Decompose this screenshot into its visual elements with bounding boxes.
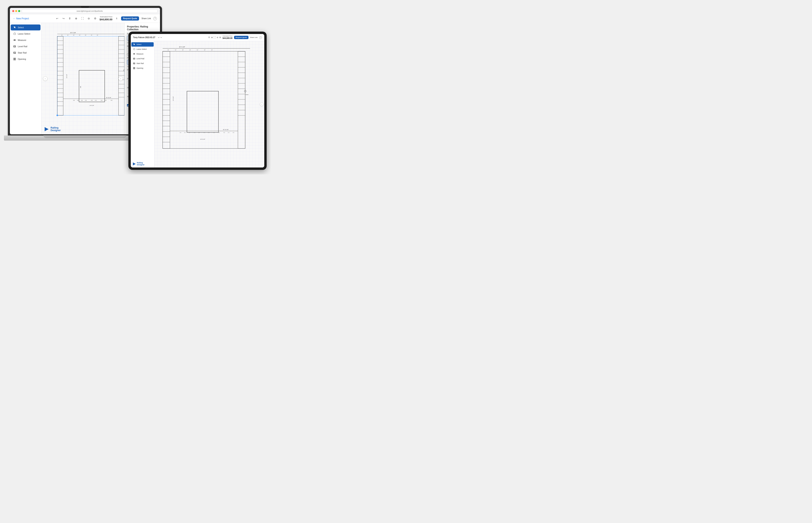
svg-text:43": 43"	[79, 35, 80, 36]
svg-text:14' 6 1/4": 14' 6 1/4"	[200, 139, 205, 140]
fit-screen-icon[interactable]: ⛶	[80, 17, 85, 20]
sidebar-item-lasso-select[interactable]: Lasso Select	[11, 31, 40, 37]
tablet-opening-icon	[133, 67, 135, 69]
svg-text:43": 43"	[61, 35, 63, 36]
svg-rect-2	[15, 39, 15, 40]
tablet-sidebar-item-level-rail[interactable]: Level Rail	[131, 56, 154, 61]
tablet-zoom-in-icon[interactable]: ⊕	[211, 36, 213, 38]
tablet-zoom-out-icon[interactable]: ⊖	[217, 36, 218, 38]
tablet-lasso-icon	[133, 48, 135, 50]
svg-point-69	[56, 114, 58, 116]
svg-rect-138	[187, 91, 218, 132]
svg-text:3-46: 3-46	[228, 132, 230, 133]
traffic-lights	[12, 10, 20, 12]
close-button-tl[interactable]	[12, 10, 14, 12]
svg-text:3/16: 3/16	[81, 100, 83, 101]
sidebar-item-level-rail[interactable]: Level Rail	[11, 43, 40, 49]
estimated-label: Estimated Price	[100, 16, 112, 18]
lasso-icon	[13, 32, 16, 35]
svg-text:3/16: 3/16	[203, 132, 205, 133]
tablet-canvas-nav-right[interactable]: ›	[260, 103, 264, 106]
undo-icon[interactable]: ↩	[55, 17, 59, 20]
tablet-redo-icon[interactable]: ↪	[160, 37, 162, 38]
svg-text:3-46: 3-46	[218, 132, 220, 133]
level-rail-icon	[13, 45, 16, 48]
tablet-measure-label: Measure	[137, 53, 143, 55]
tablet-help-icon[interactable]: ?	[259, 36, 262, 39]
tablet-sidebar-item-opening[interactable]: Opening	[131, 66, 154, 70]
svg-text:3/16: 3/16	[194, 132, 196, 133]
back-button[interactable]: ← New Project	[13, 17, 29, 20]
tablet-estimated-price: Estimated Price $44,600.00	[222, 35, 233, 39]
zoom-in-icon[interactable]: ⊕	[74, 17, 78, 20]
tablet-mic-icon[interactable]: 🎙	[208, 36, 210, 38]
tablet-settings-icon[interactable]: ⚙	[219, 36, 221, 38]
minimize-button-tl[interactable]	[15, 10, 17, 12]
tablet-stair-rail-icon	[133, 62, 135, 65]
svg-rect-104	[163, 51, 245, 148]
tablet-price-value: $44,600.00	[222, 37, 233, 39]
svg-text:14' 6 1/4": 14' 6 1/4"	[90, 105, 94, 106]
chevron-left-icon: ‹	[45, 78, 46, 80]
settings-icon[interactable]: ⚙	[93, 17, 97, 20]
info-icon[interactable]: ℹ	[115, 17, 119, 20]
url-bar[interactable]: www.lightningcad.com/dpa/docks	[22, 9, 158, 13]
tablet-sidebar-item-select[interactable]: Select	[131, 42, 154, 47]
tablet-request-quote-button[interactable]: Request Quote	[234, 36, 249, 39]
svg-text:3-46: 3-46	[95, 100, 97, 101]
tablet-screen-inner: Tony Falcon 2022-01-27 ↩ ↪ 🎙 ⊕ ⛶ ⊖ ⚙ Est…	[131, 34, 264, 167]
maximize-button-tl[interactable]	[18, 10, 20, 12]
sidebar-item-select[interactable]: Select	[11, 24, 40, 31]
tablet-undo-icon[interactable]: ↩	[158, 37, 160, 38]
project-title: New Project	[16, 17, 29, 20]
zoom-out-icon[interactable]: ⊖	[87, 17, 91, 20]
svg-text:1/96: 1/96	[80, 86, 81, 88]
stair-rail-label: Stair Rail	[18, 52, 27, 54]
microphone-icon[interactable]: 🎙	[68, 17, 72, 20]
laptop-base-center	[43, 135, 126, 138]
svg-text:43": 43"	[197, 49, 198, 51]
canvas-area[interactable]: ‹ › 32' 3 1/8" 43" 43" 43" 43"	[41, 23, 124, 134]
redo-icon[interactable]: ↪	[61, 17, 66, 20]
chevron-right-icon: ›	[120, 78, 121, 80]
tablet-canvas-area[interactable]: › 32' 3 1/8" 43" 43" 43" 43" 43" 43" 43"	[155, 41, 264, 167]
sidebar-item-stair-rail[interactable]: Stair Rail	[11, 50, 40, 56]
lasso-label: Lasso Select	[18, 33, 30, 35]
svg-rect-9	[15, 58, 16, 60]
stair-rail-icon	[13, 51, 16, 54]
tablet-app-body: Select Lasso Select Measure	[131, 41, 264, 167]
tablet-device: Tony Falcon 2022-01-27 ↩ ↪ 🎙 ⊕ ⛶ ⊖ ⚙ Est…	[128, 32, 267, 170]
svg-rect-54	[79, 70, 105, 102]
svg-text:3/16: 3/16	[111, 100, 112, 101]
svg-rect-0	[14, 40, 16, 40]
tablet-floorplan-drawing: 32' 3 1/8" 43" 43" 43" 43" 43" 43" 43"	[157, 45, 261, 162]
svg-text:43": 43"	[91, 35, 92, 36]
canvas-nav-right[interactable]: ›	[119, 76, 123, 81]
svg-text:29' 10 1/8": 29' 10 1/8"	[223, 129, 229, 130]
svg-rect-91	[133, 67, 134, 69]
sidebar-item-opening[interactable]: Opening	[11, 56, 40, 62]
tablet-share-link-button[interactable]: Share Link	[250, 37, 257, 38]
tablet-stair-rail-label: Stair Rail	[137, 62, 144, 65]
cursor-icon	[13, 26, 16, 29]
share-link-button[interactable]: Share Link	[141, 17, 151, 20]
tablet-level-rail-icon	[133, 57, 135, 60]
tablet-sidebar-item-measure[interactable]: Measure	[131, 52, 154, 56]
canvas-nav-left[interactable]: ‹	[43, 76, 48, 81]
tablet-sidebar-item-stair-rail[interactable]: Stair Rail	[131, 61, 154, 66]
svg-text:3-46: 3-46	[188, 132, 190, 133]
back-arrow-icon: ←	[13, 17, 15, 20]
request-quote-button[interactable]: Request Quote	[121, 16, 139, 20]
help-icon[interactable]: ?	[153, 17, 157, 20]
tablet-brand-name-line2: Designer	[137, 164, 145, 166]
svg-text:14' 6 1/4": 14' 6 1/4"	[66, 74, 67, 78]
svg-text:3/16: 3/16	[213, 132, 215, 133]
svg-text:3/16: 3/16	[77, 100, 79, 101]
tablet-sidebar-item-lasso[interactable]: Lasso Select	[131, 47, 154, 51]
tablet-fit-icon[interactable]: ⛶	[214, 36, 216, 38]
sidebar-item-measure[interactable]: Measure	[11, 37, 40, 43]
browser-bar: www.lightningcad.com/dpa/docks	[10, 8, 160, 14]
svg-text:43": 43"	[182, 49, 184, 51]
svg-text:43": 43"	[73, 35, 75, 36]
svg-rect-8	[14, 58, 14, 60]
